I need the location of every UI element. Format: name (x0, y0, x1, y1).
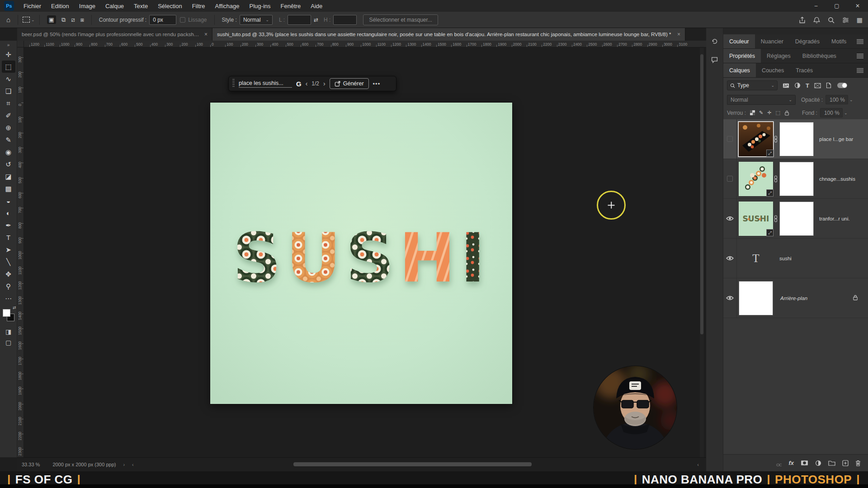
smoothing-checkbox[interactable] (180, 17, 185, 23)
dodge-tool[interactable]: ◐ (2, 207, 15, 219)
select-and-mask-button[interactable]: Sélectionner et masquer... (363, 14, 438, 25)
minimize-button[interactable]: – (806, 0, 826, 12)
add-layer-mask-icon[interactable] (801, 460, 808, 466)
menu-item[interactable]: Fichier (19, 0, 46, 12)
layers-empty-area[interactable] (723, 318, 868, 454)
filter-toggle-switch[interactable] (837, 83, 847, 88)
panel-tab[interactable]: Nuancier (755, 34, 789, 48)
selection-new-icon[interactable]: ▣ (47, 15, 56, 24)
menu-item[interactable]: Image (74, 0, 100, 12)
lock-position-icon[interactable]: ✛ (767, 110, 771, 116)
panel-tab[interactable]: Motifs (826, 34, 852, 48)
panel-tab[interactable]: Dégradés (789, 34, 826, 48)
drag-handle[interactable] (232, 79, 235, 88)
lock-transparency-icon[interactable] (750, 110, 755, 115)
gradient-tool[interactable]: ▩ (2, 183, 15, 195)
quick-mask-icon[interactable]: ◨ (5, 326, 11, 337)
menu-item[interactable]: Calque (100, 0, 129, 12)
scrollbar-thumb[interactable] (700, 54, 703, 334)
pen-tool[interactable]: ✒ (2, 219, 15, 231)
vertical-scrollbar[interactable] (700, 48, 704, 457)
menu-item[interactable]: Affichage (210, 0, 245, 12)
layer-mask-thumbnail[interactable] (779, 202, 814, 236)
layer-name[interactable]: place l...ge bar (819, 119, 853, 159)
workspace-settings-icon[interactable] (842, 17, 849, 23)
layout-grid-icon[interactable]: ▦ (857, 16, 863, 23)
path-selection-tool[interactable]: ➤ (2, 244, 15, 256)
layer-row-background[interactable]: Arrière-plan (723, 278, 868, 318)
previous-variation-icon[interactable]: ‹ (306, 80, 308, 87)
healing-tool[interactable]: ⊕ (2, 122, 15, 134)
chevron-down-icon[interactable]: ⌄ (31, 18, 35, 22)
menu-item[interactable]: Texte (129, 0, 153, 12)
filter-adjustment-layers-icon[interactable] (794, 82, 801, 89)
layer-name[interactable]: Arrière-plan (780, 278, 807, 318)
visibility-toggle[interactable] (723, 239, 737, 278)
panel-tab[interactable]: Propriétés (723, 49, 761, 63)
tool-preset-marquee-icon[interactable] (23, 17, 30, 23)
panel-menu-icon[interactable] (857, 68, 863, 73)
mask-link-icon[interactable] (774, 136, 778, 145)
layer-row-text-sushi[interactable]: T sushi (723, 239, 868, 278)
eyedropper-tool[interactable]: ✐ (2, 109, 15, 122)
opacity-value[interactable]: 100 % (826, 95, 848, 104)
menu-item[interactable]: Plug-ins (245, 0, 276, 12)
lock-pixels-icon[interactable]: ✎ (759, 110, 763, 116)
crop-tool[interactable]: ⌗ (2, 97, 15, 109)
height-input[interactable] (333, 15, 357, 25)
zoom-tool[interactable]: ⚲ (2, 280, 15, 292)
more-options-icon[interactable]: ••• (373, 80, 381, 87)
panel-tab[interactable]: Couleur (723, 34, 755, 48)
clone-stamp-tool[interactable]: ◉ (2, 146, 15, 158)
document-tab-beer[interactable]: beer.psd @ 50% (rends l'image plus profe… (17, 28, 212, 41)
panel-menu-icon[interactable] (857, 39, 863, 44)
layer-mask-thumbnail[interactable] (779, 122, 814, 156)
horizontal-scrollbar-thumb[interactable] (293, 462, 532, 466)
lock-all-icon[interactable] (784, 110, 789, 116)
selection-intersect-icon[interactable]: ⧆ (80, 16, 84, 23)
link-layers-icon[interactable] (775, 460, 782, 466)
document-tab-sushi[interactable]: sushi_tuto.psd @ 33,3% (place les sushis… (212, 28, 685, 41)
filter-type-layers-icon[interactable]: T (806, 82, 809, 89)
visibility-toggle[interactable] (723, 278, 737, 318)
status-prev-icon[interactable]: ‹ (132, 462, 134, 467)
visibility-toggle[interactable] (723, 159, 737, 198)
blur-tool[interactable]: ◒ (2, 195, 15, 207)
lock-artboard-icon[interactable]: ⬚ (775, 110, 780, 116)
move-tool[interactable]: ✛ (2, 48, 15, 61)
panel-tab[interactable]: Réglages (761, 49, 797, 63)
panel-tab[interactable]: Calques (723, 63, 756, 77)
mask-link-icon[interactable] (774, 175, 778, 184)
visibility-toggle[interactable] (723, 119, 737, 159)
type-tool[interactable]: T (2, 231, 15, 244)
layer-effects-icon[interactable]: fx (788, 460, 794, 466)
brush-tool[interactable]: ✎ (2, 134, 15, 146)
history-panel-icon[interactable] (711, 38, 718, 45)
style-select[interactable]: Normal⌄ (240, 15, 273, 25)
close-button[interactable]: ✕ (847, 0, 868, 12)
layer-row-place-lounge-bar[interactable]: ⤢ place l...ge bar (723, 119, 868, 159)
filter-shape-layers-icon[interactable] (814, 83, 821, 89)
next-variation-icon[interactable]: › (323, 80, 326, 87)
type-layer-icon[interactable]: T (747, 239, 765, 278)
delete-layer-icon[interactable] (855, 460, 861, 466)
prompt-input[interactable]: place les sushis... (239, 80, 292, 88)
shape-tool[interactable]: ╲ (2, 256, 15, 268)
panel-menu-icon[interactable] (857, 54, 863, 58)
screen-mode-icon[interactable]: ▢ (5, 337, 11, 348)
notifications-bell-icon[interactable] (813, 17, 820, 23)
hand-tool[interactable]: ✥ (2, 268, 15, 280)
share-icon[interactable] (799, 17, 806, 23)
document-canvas[interactable]: SUSHI (210, 103, 512, 404)
close-tab-icon[interactable]: × (674, 31, 680, 38)
width-input[interactable] (288, 15, 311, 25)
eraser-tool[interactable]: ◪ (2, 170, 15, 183)
layer-row-transform[interactable]: SUSHI ⤢ tranfor...r uni. (723, 199, 868, 239)
layer-filter-type-select[interactable]: Type ⌄ (727, 80, 778, 90)
new-group-icon[interactable] (828, 460, 835, 466)
mask-link-icon[interactable] (774, 215, 778, 224)
selection-subtract-icon[interactable]: ⧄ (71, 16, 75, 23)
menu-item[interactable]: Edition (46, 0, 74, 12)
object-selection-tool[interactable]: ❏ (2, 85, 15, 97)
swap-dimensions-icon[interactable]: ⇄ (311, 17, 321, 23)
